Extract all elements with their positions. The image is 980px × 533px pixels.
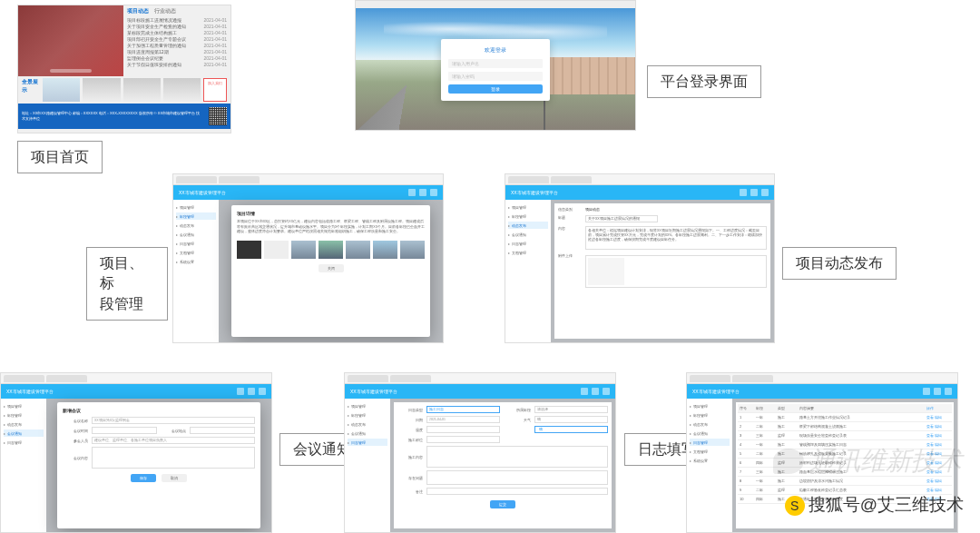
sidebar-item[interactable]: 会议通知	[176, 231, 216, 238]
news-tab: 行业动态	[154, 7, 176, 15]
meeting-location-input[interactable]	[190, 427, 255, 434]
sidebar-item[interactable]: 日志管理	[4, 439, 44, 446]
submit-button[interactable]: 提交	[490, 500, 515, 508]
meeting-modal: 新增会议 会议名称 XX项目第X次监理例会 会议时间 会议地点 参会人员 建设单…	[57, 402, 260, 528]
news-tab-active: 项目动态	[127, 7, 149, 15]
showcase-image	[83, 78, 120, 102]
portal-screenshot: 项目动态 行业动态 项目标段施工进展情况通报2021-04-01 关于项目安全生…	[17, 5, 231, 133]
sidebar-item[interactable]: 标段管理	[176, 212, 216, 220]
sidebar-item[interactable]: 文档管理	[508, 249, 548, 256]
join-us-badge: 加入我们	[203, 78, 227, 102]
attendees-input[interactable]: 建设单位、监理单位、各施工单位项目负责人	[92, 437, 255, 444]
content-textarea[interactable]: 各相关单位：根据项目建设计划安排，现将XX项目近期施工进展情况通报如下。一、工程…	[585, 226, 767, 250]
thumb-image	[237, 241, 261, 259]
thumb-image	[264, 241, 289, 259]
close-button[interactable]: 关闭	[318, 264, 344, 272]
date-input[interactable]: 2021-04-01	[426, 416, 500, 423]
thumb-image	[318, 241, 343, 259]
log-fill-screenshot: XX市城市建设管理平台 项目管理 标段管理 动态发布 会议通知 日志管理 日志类…	[344, 372, 616, 533]
table-row[interactable]: 1一标施工路基土方开挖施工作业情况记录查看 编辑	[738, 413, 952, 422]
portal-footer-text: 地址：XX市XX路建设管理中心 邮编：XXXXXX 电话：XXX-XXXXXXX…	[22, 111, 203, 121]
platform-title: XX市城市建设管理平台	[6, 389, 54, 394]
sidebar-item[interactable]: 系统设置	[176, 258, 216, 265]
sidebar-item[interactable]: 文档管理	[690, 448, 730, 455]
sidebar-item[interactable]: 会议通知	[4, 429, 44, 437]
thumb-image	[400, 241, 425, 259]
platform-title: XX市城市建设管理平台	[511, 190, 558, 195]
thumb-image	[291, 241, 316, 259]
sidebar-item[interactable]: 项目管理	[4, 402, 44, 410]
label-login: 平台登录界面	[647, 65, 761, 98]
save-button[interactable]: 保存	[131, 474, 156, 482]
title-input[interactable]: 关于XX项目施工进展情况的通报	[585, 215, 658, 222]
position-input[interactable]	[426, 436, 500, 443]
table-row[interactable]: 2二标施工桥梁下部结构混凝土浇筑施工查看 编辑	[738, 422, 952, 431]
dynamic-publish-screenshot: XX市城市建设管理平台 项目管理 标段管理 动态发布 会议通知 日志管理 文档管…	[505, 173, 775, 343]
sidebar-item[interactable]: 标段管理	[4, 411, 44, 419]
sidebar-item[interactable]: 日志管理	[508, 240, 548, 247]
section-select[interactable]: 请选择	[534, 406, 608, 413]
login-screenshot: 欢迎登录 请输入用户名 请输入密码 登录	[355, 0, 636, 131]
username-input[interactable]: 请输入用户名	[448, 59, 543, 68]
thumb-image	[346, 241, 370, 259]
temperature-input[interactable]	[426, 426, 500, 433]
sidebar-item[interactable]: 标段管理	[348, 411, 387, 419]
sidebar-item[interactable]: 会议通知	[348, 429, 387, 437]
sidebar-item[interactable]: 动态发布	[690, 420, 730, 428]
label-project-mgmt: 项目、标 段管理	[86, 247, 168, 321]
cancel-button[interactable]: 取消	[162, 474, 187, 482]
login-title: 欢迎登录	[448, 46, 543, 54]
project-mgmt-screenshot: XX市城市建设管理平台 项目管理 标段管理 动态发布 会议通知 日志管理 文档管…	[172, 173, 444, 343]
showcase-label: 全景展示	[22, 78, 40, 94]
attachment-editor[interactable]	[628, 258, 764, 285]
weather-select[interactable]: 晴	[534, 416, 608, 423]
showcase-image	[163, 78, 201, 102]
showcase-image	[123, 78, 161, 102]
sidebar-item[interactable]: 日志管理	[176, 240, 216, 247]
login-panel: 欢迎登录 请输入用户名 请输入密码 登录	[441, 39, 550, 101]
meeting-notice-screenshot: XX市城市建设管理平台 项目管理 标段管理 动态发布 会议通知 日志管理 新增会…	[0, 372, 272, 533]
platform-title: XX市城市建设管理平台	[350, 389, 397, 394]
modal-title: 新增会议	[63, 408, 255, 413]
meeting-name-input[interactable]: XX项目第X次监理例会	[92, 417, 255, 424]
table-header: 序号标段类型内容摘要操作	[738, 404, 952, 413]
sidebar-item[interactable]: 会议通知	[690, 429, 730, 437]
qr-code-icon	[209, 107, 227, 125]
sidebar-item[interactable]: 项目管理	[690, 402, 730, 410]
modal-title: 项目详情	[237, 211, 425, 216]
meeting-content-textarea[interactable]	[92, 447, 255, 469]
sidebar-item[interactable]: 项目管理	[176, 203, 216, 211]
sidebar-item[interactable]: 动态发布	[4, 420, 44, 428]
label-portal: 项目首页	[17, 141, 103, 173]
sidebar-item[interactable]: 会议通知	[508, 231, 548, 238]
wechat-watermark: 通讯维新技术	[773, 444, 962, 479]
platform-title: XX市城市建设管理平台	[692, 389, 740, 394]
issues-textarea[interactable]	[426, 470, 608, 485]
sidebar-item[interactable]: 标段管理	[508, 212, 548, 220]
label-dynamic-publish: 项目动态发布	[782, 247, 897, 280]
sidebar-item[interactable]: 项目管理	[348, 402, 387, 410]
project-detail-modal: 项目详情 本项目位于XX市XX区，总投资约XX亿元，建设内容包括道路工程、桥梁工…	[231, 205, 430, 337]
meeting-time-input[interactable]	[92, 427, 157, 434]
sidebar-item[interactable]: 日志管理	[690, 439, 730, 446]
thumb-image	[373, 241, 397, 259]
log-type-select[interactable]: 施工日志	[426, 406, 500, 413]
sohu-logo-icon: S	[785, 496, 805, 516]
sidebar-item[interactable]: 日志管理	[348, 439, 387, 446]
wechat-icon	[773, 449, 804, 474]
sidebar-item[interactable]: 项目管理	[508, 203, 548, 211]
platform-title: XX市城市建设管理平台	[179, 190, 226, 195]
sidebar-item[interactable]: 标段管理	[690, 411, 730, 419]
sidebar-item[interactable]: 动态发布	[348, 420, 387, 428]
sidebar-item[interactable]: 文档管理	[176, 249, 216, 256]
remark-input[interactable]	[426, 488, 608, 495]
log-form: 日志类型施工日志 日期2021-04-01 温度 施工部位 所属标段请选择 天气…	[394, 402, 612, 528]
table-row[interactable]: 3三标监理现场质量安全巡查检查记录表查看 编辑	[738, 431, 952, 440]
login-button[interactable]: 登录	[448, 84, 543, 94]
sidebar-item[interactable]: 动态发布	[508, 222, 548, 229]
password-input[interactable]: 请输入密码	[448, 72, 543, 81]
showcase-image	[43, 78, 80, 102]
sidebar-item[interactable]: 动态发布	[176, 222, 216, 229]
sidebar-item[interactable]: 系统设置	[690, 457, 730, 464]
work-content-textarea[interactable]	[426, 446, 608, 468]
